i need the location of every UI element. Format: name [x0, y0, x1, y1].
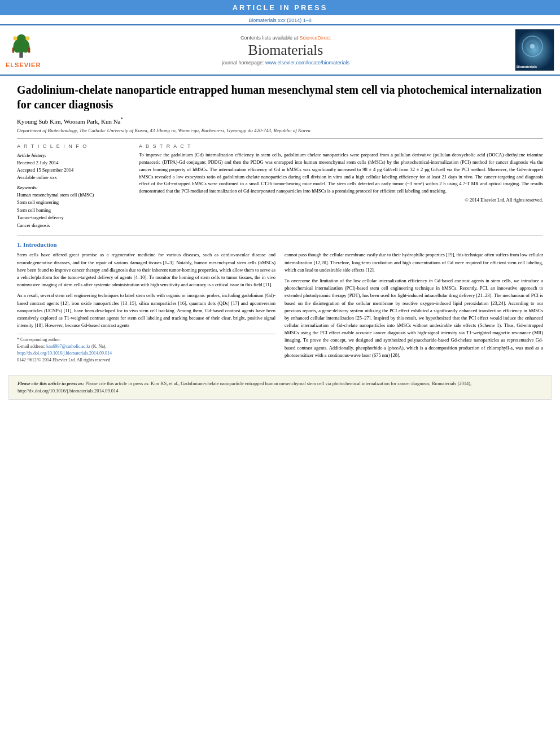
body-columns: Stem cells have offered great promise as… — [17, 251, 543, 364]
article-title: Gadolinium-chelate nanoparticle entrappe… — [17, 82, 543, 112]
keyword-5: Cancer diagnosis — [17, 222, 130, 230]
svg-text:Biomaterials: Biomaterials — [517, 65, 537, 68]
doi-link[interactable]: http://dx.doi.org/10.1016/j.biomaterials… — [17, 351, 112, 356]
citation-text: Please cite this article in press as: Ki… — [18, 381, 471, 394]
authors-line: Kyoung Sub Kim, Wooram Park, Kun Na* — [17, 116, 543, 125]
elsevier-logo: ELSEVIER — [6, 32, 56, 68]
footnote-section: * Corresponding author. E-mail address: … — [17, 334, 275, 364]
science-direct-link[interactable]: ScienceDirect — [300, 35, 331, 41]
elsevier-brand-text: ELSEVIER — [6, 62, 41, 68]
citation-bar: Please cite this article in press as: Pl… — [8, 375, 552, 400]
keyword-1: Human mesenchymal stem cell (hMSC) — [17, 191, 130, 199]
svg-point-11 — [530, 44, 535, 49]
keywords-label: Keywords: — [17, 185, 130, 190]
journal-cover-image: Biomaterials — [515, 29, 554, 71]
svg-rect-4 — [12, 47, 15, 53]
received-date: Received 2 July 2014 — [17, 159, 130, 167]
section-divider — [17, 235, 543, 235]
cover-artwork: Biomaterials — [515, 29, 554, 71]
svg-rect-5 — [28, 47, 30, 53]
homepage-link[interactable]: www.elsevier.com/locate/biomaterials — [265, 60, 349, 65]
article-info-col: A R T I C L E I N F O Article history: R… — [17, 143, 130, 229]
affiliation: Department of Biotechnology, The Catholi… — [17, 127, 543, 134]
journal-header: ELSEVIER Contents lists available at Sci… — [0, 24, 560, 76]
history-label: Article history: — [17, 152, 130, 158]
introduction-heading: 1. Introduction — [17, 241, 543, 248]
homepage-line: journal homepage: www.elsevier.com/locat… — [56, 60, 515, 65]
doi-footnote: http://dx.doi.org/10.1016/j.biomaterials… — [17, 350, 275, 357]
keyword-3: Stem cell homing — [17, 207, 130, 215]
body-left-col: Stem cells have offered great promise as… — [17, 251, 275, 364]
intro-para-1: Stem cells have offered great promise as… — [17, 251, 275, 289]
issn-footnote: 0142-9612/© 2014 Elsevier Ltd. All right… — [17, 357, 275, 364]
article-in-press-banner: ARTICLE IN PRESS — [0, 0, 560, 15]
svg-point-7 — [25, 36, 29, 40]
keywords-list: Human mesenchymal stem cell (hMSC) Stem … — [17, 191, 130, 230]
email-footnote: E-mail address: kna6997@catholic.ac.kr (… — [17, 343, 275, 350]
journal-reference: Biomaterials xxx (2014) 1–8 — [0, 15, 560, 24]
email-link[interactable]: kna6997@catholic.ac.kr — [46, 344, 90, 349]
journal-title: Biomaterials — [56, 42, 515, 59]
available-online: Available online xxx — [17, 174, 130, 181]
article-info-heading: A R T I C L E I N F O — [17, 143, 130, 149]
abstract-col: A B S T R A C T To improve the gadoliniu… — [139, 143, 543, 229]
intro-para-3: cannot pass though the cellular membrane… — [285, 251, 543, 274]
body-right-col: cannot pass though the cellular membrane… — [285, 251, 543, 364]
abstract-heading: A B S T R A C T — [139, 143, 543, 149]
abstract-text: To improve the gadolinium (Gd) internali… — [139, 151, 543, 195]
copyright-line: © 2014 Elsevier Ltd. All rights reserved… — [139, 197, 543, 203]
svg-point-2 — [13, 40, 21, 53]
accepted-date: Accepted 15 September 2014 — [17, 167, 130, 174]
elsevier-tree-icon — [6, 32, 37, 60]
intro-para-4: To overcome the limitation of the low ce… — [285, 277, 543, 359]
article-body: Gadolinium-chelate nanoparticle entrappe… — [0, 76, 560, 369]
keyword-2: Stem cell engineering — [17, 199, 130, 207]
contents-line: Contents lists available at ScienceDirec… — [56, 35, 515, 41]
intro-para-2: As a result, several stem cell engineeri… — [17, 292, 275, 329]
corresponding-author-note: * Corresponding author. — [17, 337, 275, 343]
info-abstract-section: A R T I C L E I N F O Article history: R… — [17, 138, 543, 229]
journal-header-center: Contents lists available at ScienceDirec… — [56, 35, 515, 65]
svg-point-6 — [13, 36, 17, 40]
keyword-4: Tumor-targeted delivery — [17, 214, 130, 222]
